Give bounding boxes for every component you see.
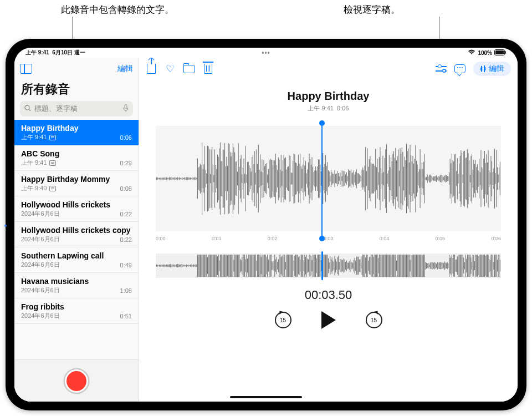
recording-item-duration: 0:22 <box>120 236 132 243</box>
toggle-sidebar-icon[interactable] <box>20 64 32 74</box>
transcript-badge-icon <box>49 186 56 191</box>
recording-item-meta: 上午 9:41 <box>21 159 132 167</box>
skip-forward-button[interactable]: 15 <box>366 312 382 328</box>
battery-icon <box>494 49 507 57</box>
recording-item-duration: 0:49 <box>120 262 132 268</box>
recording-title[interactable]: Happy Birthday <box>139 90 518 103</box>
list-item[interactable]: ABC Song上午 9:410:29 <box>14 145 139 171</box>
transcript-badge-icon <box>49 135 56 140</box>
list-item[interactable]: Southern Lapwing call2024年6月6日0:49 <box>14 247 139 273</box>
playback-options-button[interactable] <box>436 63 447 74</box>
recording-item-duration: 0:22 <box>120 211 132 217</box>
ruler-tick: 0:06 <box>491 236 501 241</box>
ruler-tick: 0:03 <box>324 236 334 241</box>
overview-playhead[interactable] <box>321 251 323 280</box>
move-to-folder-button[interactable] <box>183 63 195 74</box>
recordings-list: Happy Birthday上午 9:410:06ABC Song上午 9:41… <box>14 120 139 359</box>
ruler-tick: 0:01 <box>212 236 222 241</box>
recording-item-title: Southern Lapwing call <box>21 251 104 260</box>
svg-line-4 <box>29 109 30 111</box>
search-placeholder: 標題、逐字稿 <box>34 104 120 114</box>
folder-icon <box>183 65 195 73</box>
callout-transcript-badge: 此錄音中包含轉錄的文字。 <box>61 3 174 16</box>
ruler-tick: 0:02 <box>268 236 278 241</box>
list-item[interactable]: Happy Birthday上午 9:410:06 <box>14 120 139 145</box>
callout-view-transcript: 檢視逐字稿。 <box>344 3 400 16</box>
record-button[interactable] <box>65 369 88 393</box>
recording-item-title: Havana musicians <box>21 277 89 286</box>
recording-item-meta: 上午 9:41 <box>21 133 132 141</box>
ruler-tick: 0:05 <box>436 236 446 241</box>
ruler-tick: 0:00 <box>156 236 166 241</box>
recording-item-title: Frog ribbits <box>21 302 64 311</box>
time-ruler: 0:000:010:020:030:040:050:06 <box>156 234 501 243</box>
recording-item-title: Hollywood Hills crickets <box>21 200 110 209</box>
playhead[interactable] <box>321 123 323 239</box>
status-right: 100% <box>468 49 507 57</box>
mic-icon[interactable] <box>123 104 129 114</box>
svg-point-3 <box>25 105 29 110</box>
recording-item-duration: 0:08 <box>120 185 132 192</box>
recording-item-meta: 2024年6月6日 <box>21 210 132 218</box>
elapsed-time: 00:03.50 <box>139 288 518 302</box>
transcript-icon <box>454 64 466 73</box>
recording-item-meta: 上午 9:40 <box>21 184 132 192</box>
list-item[interactable]: Havana musicians2024年6月6日1:08 <box>14 273 139 298</box>
waveform-main[interactable] <box>156 126 501 231</box>
search-icon <box>24 105 31 113</box>
detail-pane: ♡ 編輯 Happy Birthday 上午 9:41 0:06 <box>139 58 518 402</box>
recording-item-title: Happy Birthday Mommy <box>21 175 110 184</box>
favorite-button[interactable]: ♡ <box>165 63 176 74</box>
search-input[interactable]: 標題、逐字稿 <box>20 101 133 116</box>
share-button[interactable] <box>146 63 157 74</box>
recording-item-title: Hollywood Hills crickets copy <box>21 226 131 235</box>
ipad-side-indicator <box>4 225 7 227</box>
list-item[interactable]: Frog ribbits2024年6月6日0:51 <box>14 298 139 324</box>
skip-back-button[interactable]: 15 <box>275 312 291 328</box>
transcript-badge-icon <box>49 160 56 166</box>
sliders-icon <box>436 65 447 73</box>
recording-item-duration: 0:06 <box>120 134 132 141</box>
play-button[interactable] <box>321 311 336 329</box>
recording-item-duration: 0:51 <box>120 313 132 319</box>
waveform-overview[interactable] <box>156 253 501 278</box>
ipad-screen: 上午 9:41 6月10日 週一 ••• 100% 編輯 所有錄音 <box>14 48 518 402</box>
sidebar-title: 所有錄音 <box>14 80 139 101</box>
edit-list-button[interactable]: 編輯 <box>117 64 133 74</box>
list-item[interactable]: Hollywood Hills crickets2024年6月6日0:22 <box>14 196 139 222</box>
wifi-icon <box>468 49 475 56</box>
view-transcript-button[interactable] <box>454 63 466 74</box>
list-item[interactable]: Happy Birthday Mommy上午 9:400:08 <box>14 171 139 196</box>
status-time-date: 上午 9:41 6月10日 週一 <box>25 49 85 57</box>
waveform-icon <box>480 65 487 72</box>
playback-controls: 15 15 <box>139 311 518 329</box>
share-icon <box>147 64 156 74</box>
recording-item-meta: 2024年6月6日 <box>21 235 132 243</box>
list-item[interactable]: Hollywood Hills crickets copy2024年6月6日0:… <box>14 222 139 247</box>
ruler-tick: 0:04 <box>380 236 390 241</box>
svg-rect-1 <box>495 50 504 54</box>
record-footer <box>14 359 139 402</box>
recording-item-title: Happy Birthday <box>21 124 78 133</box>
edit-recording-label: 編輯 <box>489 64 504 74</box>
trash-icon <box>204 64 212 74</box>
recording-meta: 上午 9:41 0:06 <box>139 104 518 113</box>
multitask-dots-icon[interactable]: ••• <box>262 49 270 57</box>
delete-button[interactable] <box>202 63 213 74</box>
svg-rect-2 <box>505 51 507 54</box>
sidebar: 編輯 所有錄音 標題、逐字稿 Happy Birthday上午 9:410:06… <box>14 58 139 402</box>
ipad-frame: 上午 9:41 6月10日 週一 ••• 100% 編輯 所有錄音 <box>6 39 526 410</box>
recording-item-meta: 2024年6月6日 <box>21 312 132 320</box>
recording-item-meta: 2024年6月6日 <box>21 261 132 269</box>
status-bar: 上午 9:41 6月10日 週一 ••• 100% <box>14 48 518 58</box>
home-indicator[interactable] <box>230 396 302 398</box>
recording-item-duration: 0:29 <box>120 160 132 166</box>
recording-item-meta: 2024年6月6日 <box>21 286 132 295</box>
recording-item-title: ABC Song <box>21 149 59 158</box>
svg-rect-5 <box>125 104 127 109</box>
edit-recording-button[interactable]: 編輯 <box>473 62 511 76</box>
recording-item-duration: 1:08 <box>120 287 132 294</box>
